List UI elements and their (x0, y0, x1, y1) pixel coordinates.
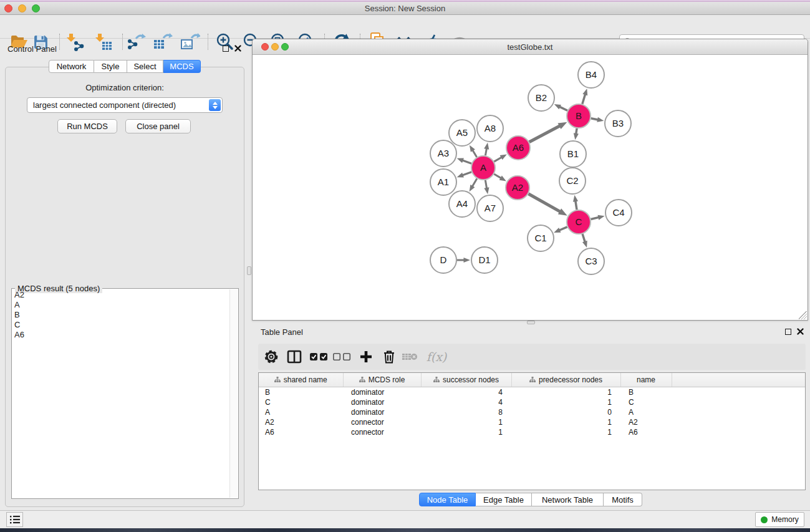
close-panel-icon[interactable] (234, 45, 241, 52)
tab-node-table[interactable]: Node Table (419, 493, 476, 506)
column-header-shared-name[interactable]: shared name (259, 373, 343, 387)
close-table-panel-icon[interactable] (797, 328, 804, 335)
table-cell[interactable]: 1 (421, 417, 511, 427)
graph-node-A1[interactable]: A1 (430, 169, 456, 195)
graph-node-A7[interactable]: A7 (477, 195, 503, 221)
memory-button[interactable]: Memory (755, 512, 804, 527)
graph-node-A6[interactable]: A6 (506, 136, 530, 160)
table-row[interactable]: Adominator80A (259, 407, 805, 417)
vertical-split-handle[interactable] (247, 266, 251, 275)
graph-node-A[interactable]: A (471, 156, 495, 180)
criterion-dropdown[interactable]: largest connected component (directed) (27, 97, 223, 113)
function-builder-icon[interactable]: f(x) (423, 347, 450, 367)
export-table-icon[interactable] (152, 31, 173, 52)
delete-columns-icon[interactable] (379, 347, 399, 367)
result-list-item[interactable]: C (12, 320, 230, 330)
delete-table-icon[interactable] (400, 347, 420, 367)
column-header-mcds-role[interactable]: MCDS role (343, 373, 421, 387)
table-cell[interactable]: B (620, 387, 672, 397)
table-row[interactable]: A2connector11A2 (259, 417, 805, 427)
table-cell[interactable]: 4 (421, 397, 511, 407)
tab-edge-table[interactable]: Edge Table (476, 493, 532, 506)
table-row[interactable]: A6connector11A6 (259, 427, 805, 437)
graph-node-D[interactable]: D (430, 247, 456, 273)
result-list-item[interactable]: A2 (12, 290, 230, 300)
table-cell[interactable]: 1 (421, 427, 511, 437)
table-cell[interactable]: B (259, 387, 343, 397)
table-row[interactable]: Bdominator41B (259, 387, 805, 397)
table-cell[interactable]: 0 (511, 407, 620, 417)
export-image-icon[interactable] (180, 31, 201, 52)
table-cell[interactable]: A2 (620, 417, 672, 427)
table-cell[interactable]: A (259, 407, 343, 417)
table-cell[interactable]: connector (343, 427, 421, 437)
table-cell[interactable]: C (620, 397, 672, 407)
table-cell[interactable]: A (620, 407, 672, 417)
table-cell[interactable]: A6 (259, 427, 343, 437)
table-cell[interactable]: connector (343, 417, 421, 427)
mcds-result-list[interactable]: A2ABCA6 (12, 290, 230, 498)
tab-motifs[interactable]: Motifs (604, 493, 642, 506)
network-zoom-button[interactable] (281, 43, 289, 51)
table-options-icon[interactable] (261, 347, 281, 367)
network-window-titlebar[interactable]: testGlobe.txt (253, 39, 808, 55)
result-list-item[interactable]: A (12, 300, 230, 310)
table-cell[interactable]: 1 (511, 387, 620, 397)
float-table-panel-icon[interactable] (785, 329, 791, 335)
graph-node-C3[interactable]: C3 (578, 248, 604, 274)
column-header-predecessor-nodes[interactable]: predecessor nodes (511, 373, 620, 387)
graph-node-B1[interactable]: B1 (560, 141, 586, 167)
graph-node-C1[interactable]: C1 (528, 225, 554, 251)
result-list-item[interactable]: B (12, 310, 230, 320)
select-all-columns-icon[interactable] (309, 347, 329, 367)
table-cell[interactable]: A6 (620, 427, 672, 437)
table-cell[interactable]: C (259, 397, 343, 407)
tab-style[interactable]: Style (94, 60, 127, 73)
tab-network[interactable]: Network (49, 60, 94, 73)
graph-node-B3[interactable]: B3 (605, 110, 631, 137)
import-table-icon[interactable] (93, 31, 114, 52)
network-minimize-button[interactable] (271, 43, 279, 51)
graph-node-A8[interactable]: A8 (477, 115, 503, 142)
import-network-icon[interactable] (64, 31, 85, 52)
table-cell[interactable]: 1 (511, 417, 620, 427)
show-columns-icon[interactable] (284, 347, 304, 367)
table-cell[interactable]: dominator (343, 387, 421, 397)
tab-mcds[interactable]: MCDS (163, 60, 201, 73)
table-row[interactable]: Cdominator41C (259, 397, 805, 407)
add-column-icon[interactable] (356, 347, 376, 367)
graph-node-B4[interactable]: B4 (578, 62, 604, 88)
main-titlebar[interactable]: Session: New Session (0, 2, 810, 15)
tab-select[interactable]: Select (127, 60, 163, 73)
window-resize-grip[interactable] (799, 311, 807, 319)
close-window-button[interactable] (4, 4, 12, 12)
table-cell[interactable]: 4 (421, 387, 511, 397)
graph-node-C[interactable]: C (567, 210, 591, 234)
graph-node-A2[interactable]: A2 (506, 176, 529, 200)
table-cell[interactable]: dominator (343, 397, 421, 407)
float-panel-icon[interactable] (223, 46, 229, 52)
close-panel-button[interactable]: Close panel (125, 119, 191, 133)
graph-node-A5[interactable]: A5 (449, 120, 475, 146)
table-cell[interactable]: 8 (421, 407, 511, 417)
table-cell[interactable]: dominator (343, 407, 421, 417)
graph-node-A3[interactable]: A3 (430, 140, 456, 167)
network-canvas[interactable]: AA6A2BCA5A8A3A1A4A7B2B4B3B1C2C4C1C3DD1 (253, 55, 808, 320)
run-mcds-button[interactable]: Run MCDS (57, 119, 117, 133)
zoom-window-button[interactable] (32, 4, 40, 12)
minimize-window-button[interactable] (18, 4, 26, 12)
horizontal-split-handle[interactable] (527, 321, 535, 324)
graph-node-A4[interactable]: A4 (449, 191, 475, 217)
result-list-item[interactable]: A6 (12, 330, 230, 340)
column-header-name[interactable]: name (620, 373, 672, 387)
export-network-icon[interactable] (125, 31, 147, 52)
column-header-successor-nodes[interactable]: successor nodes (421, 373, 511, 387)
graph-node-C2[interactable]: C2 (559, 168, 586, 194)
task-history-button[interactable] (6, 512, 23, 527)
graph-node-D1[interactable]: D1 (471, 247, 498, 273)
table-cell[interactable]: 1 (511, 397, 620, 407)
graph-node-C4[interactable]: C4 (605, 200, 632, 226)
unselect-all-columns-icon[interactable] (332, 347, 352, 367)
tab-network-table[interactable]: Network Table (532, 493, 604, 506)
table-cell[interactable]: 1 (511, 427, 620, 437)
